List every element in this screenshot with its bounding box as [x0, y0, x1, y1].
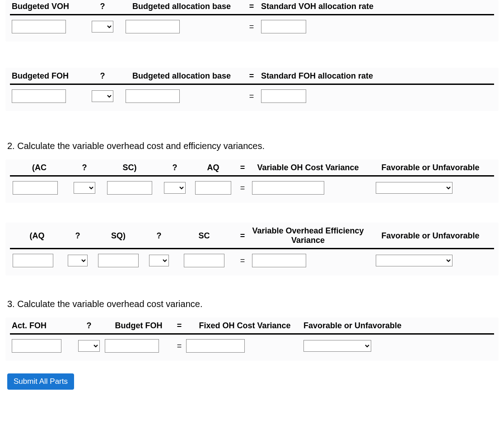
eq-fohcv: = — [173, 341, 186, 351]
input-alloc-base-voh[interactable] — [126, 20, 180, 33]
input-budfoh[interactable] — [105, 339, 159, 353]
hdr-q5: ? — [73, 321, 105, 331]
input-alloc-base-foh[interactable] — [126, 89, 180, 103]
input-sc[interactable] — [107, 181, 152, 195]
hdr-favun3: Favorable or Unfavorable — [303, 321, 494, 331]
hdr-aq: AQ — [191, 163, 236, 172]
eq-vohcv: = — [236, 183, 249, 193]
input-rate-voh[interactable] — [261, 20, 306, 33]
hdr-alloc-base2: Budgeted allocation base — [118, 71, 245, 81]
hdr-favun2: Favorable or Unfavorable — [367, 231, 494, 241]
hdr-actfoh: Act. FOH — [10, 321, 73, 331]
hdr-sc: SC) — [100, 163, 159, 172]
hdr-ac: (AC — [10, 163, 69, 172]
hdr-alloc-base: Budgeted allocation base — [118, 2, 245, 11]
hdr-fohcv: Fixed OH Cost Variance — [186, 321, 303, 331]
eq-voh: = — [245, 22, 258, 32]
input-rate-foh[interactable] — [261, 89, 306, 103]
hdr-budgeted-voh: Budgeted VOH — [10, 2, 87, 11]
select-op-foh[interactable] — [92, 90, 113, 102]
input-sq[interactable] — [98, 254, 139, 267]
hdr-eq3: = — [236, 163, 249, 172]
eq-vohev: = — [236, 256, 249, 266]
hdr-favun: Favorable or Unfavorable — [367, 163, 494, 172]
select-op-voh[interactable] — [92, 21, 113, 33]
hdr-vohev: Variable Overhead Efficiency Variance — [249, 226, 367, 245]
hdr-q4: ? — [145, 231, 173, 241]
select-favun1[interactable] — [376, 182, 453, 194]
select-favun3[interactable] — [303, 340, 371, 352]
hdr-rate2: Standard FOH allocation rate — [258, 71, 494, 81]
input-aq2[interactable] — [13, 254, 53, 267]
question-2: 2. Calculate the variable overhead cost … — [7, 141, 499, 151]
input-vohcv[interactable] — [252, 181, 324, 195]
eq-foh: = — [245, 92, 258, 101]
input-sc2[interactable] — [184, 254, 224, 267]
hdr-eq5: = — [173, 321, 186, 331]
select-op-ac[interactable] — [74, 182, 95, 194]
input-vohev[interactable] — [252, 254, 306, 267]
hdr-budgeted-foh: Budgeted FOH — [10, 71, 87, 81]
select-op-sq[interactable] — [149, 255, 169, 266]
hdr-op2: ? — [87, 71, 118, 81]
hdr-budfoh: Budget FOH — [105, 321, 173, 331]
hdr-rate: Standard VOH allocation rate — [258, 2, 494, 11]
hdr-q3b: ? — [64, 231, 91, 241]
hdr-eq4: = — [236, 231, 249, 241]
hdr-aq2: (AQ — [10, 231, 64, 241]
hdr-eq: = — [245, 2, 258, 11]
select-op-actfoh[interactable] — [78, 340, 100, 352]
select-op-sc[interactable] — [164, 182, 186, 194]
input-budgeted-voh[interactable] — [12, 20, 66, 33]
submit-button[interactable]: Submit All Parts — [7, 373, 74, 390]
input-fohcv[interactable] — [186, 339, 245, 353]
input-actfoh[interactable] — [12, 339, 61, 353]
question-3: 3. Calculate the variable overhead cost … — [7, 299, 499, 309]
hdr-eq2: = — [245, 71, 258, 81]
select-op-aq[interactable] — [68, 255, 88, 266]
input-aq[interactable] — [195, 181, 231, 195]
hdr-sq: SQ) — [91, 231, 145, 241]
hdr-q2b: ? — [159, 163, 191, 172]
hdr-op1: ? — [87, 2, 118, 11]
input-ac[interactable] — [13, 181, 58, 195]
hdr-q1: ? — [69, 163, 100, 172]
hdr-sc2: SC — [173, 231, 236, 241]
select-favun2[interactable] — [376, 255, 453, 266]
input-budgeted-foh[interactable] — [12, 89, 66, 103]
hdr-vohcv: Variable OH Cost Variance — [249, 163, 367, 172]
